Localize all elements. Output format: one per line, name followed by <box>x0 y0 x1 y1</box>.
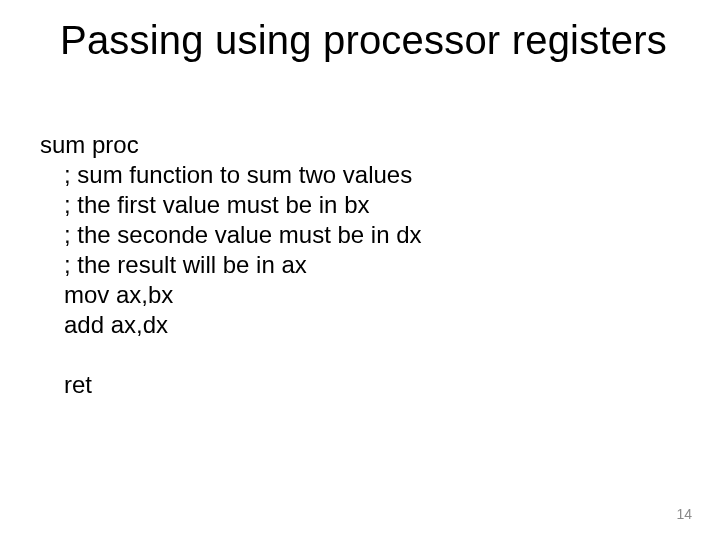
code-line: ; the first value must be in bx <box>64 190 680 220</box>
code-line: add ax,dx <box>64 310 680 340</box>
slide-body: sum proc ; sum function to sum two value… <box>40 130 680 400</box>
code-line: ; the result will be in ax <box>64 250 680 280</box>
slide: Passing using processor registers sum pr… <box>0 0 720 540</box>
code-line: mov ax,bx <box>64 280 680 310</box>
code-line: ; sum function to sum two values <box>64 160 680 190</box>
code-line: sum proc <box>40 130 680 160</box>
slide-title: Passing using processor registers <box>60 18 680 63</box>
code-line-blank <box>64 340 680 370</box>
code-line: ; the seconde value must be in dx <box>64 220 680 250</box>
page-number: 14 <box>676 506 692 522</box>
code-line: ret <box>64 370 680 400</box>
